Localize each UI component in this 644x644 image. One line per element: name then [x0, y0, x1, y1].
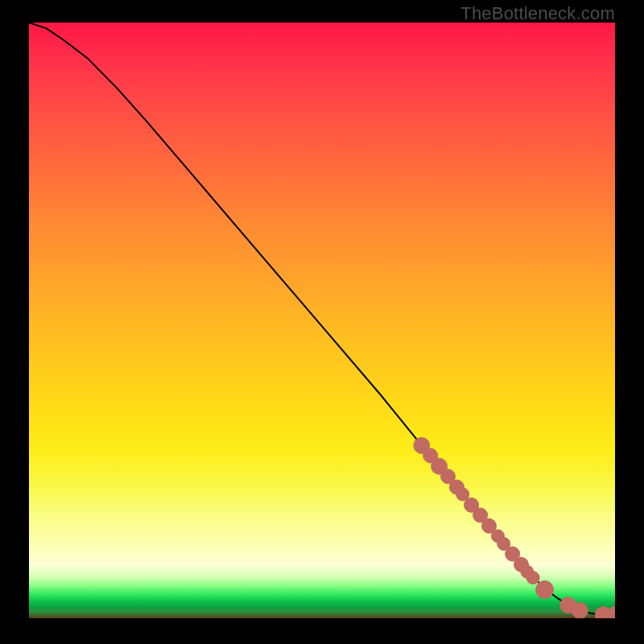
plot-area: [29, 23, 615, 618]
data-dot: [536, 581, 554, 599]
watermark-text: TheBottleneck.com: [460, 3, 615, 24]
chart-frame: TheBottleneck.com: [0, 0, 644, 644]
chart-svg: [29, 23, 615, 618]
data-dot: [572, 602, 588, 618]
data-dot: [526, 572, 539, 584]
data-dots: [414, 437, 615, 618]
bottleneck-curve: [29, 23, 615, 615]
